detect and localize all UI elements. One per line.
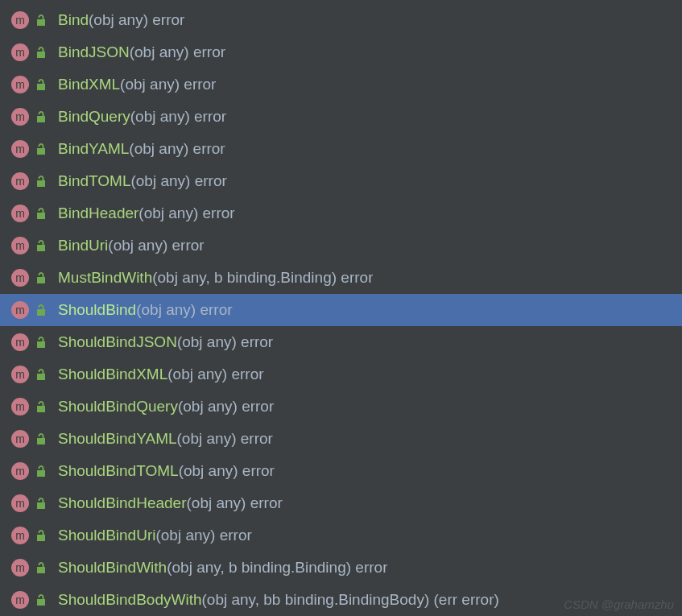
method-name: BindHeader — [58, 205, 138, 221]
method-name: MustBindWith — [58, 269, 152, 286]
method-return: (err error) — [429, 591, 499, 608]
method-name: BindYAML — [58, 140, 129, 157]
method-name: ShouldBindBodyWith — [58, 591, 202, 608]
lock-open-icon — [35, 78, 47, 91]
method-params: (obj any) — [187, 494, 246, 511]
method-name: BindUri — [58, 237, 108, 254]
method-params: (obj any) — [177, 333, 237, 350]
method-icon: m — [11, 366, 29, 383]
method-signature: ShouldBindWith(obj any, b binding.Bindin… — [58, 559, 387, 577]
method-icon: m — [11, 43, 29, 61]
method-params: (obj any) — [130, 172, 190, 189]
method-name: ShouldBindJSON — [58, 333, 177, 350]
method-signature: BindXML(obj any) error — [58, 76, 216, 93]
lock-open-icon — [35, 271, 47, 284]
method-signature: BindTOML(obj any) error — [58, 172, 227, 190]
completion-item[interactable]: mShouldBindUri(obj any) error — [0, 519, 682, 552]
method-name: BindJSON — [58, 43, 130, 60]
method-return: error — [148, 11, 184, 28]
lock-open-icon — [35, 143, 47, 155]
lock-open-icon — [35, 336, 47, 349]
method-signature: BindUri(obj any) error — [58, 237, 205, 254]
method-return: error — [180, 76, 216, 93]
method-icon: m — [11, 172, 29, 190]
completion-item[interactable]: mShouldBind(obj any) error — [0, 294, 682, 326]
completion-item[interactable]: mShouldBindJSON(obj any) error — [0, 326, 682, 358]
method-icon: m — [11, 559, 29, 577]
lock-open-icon — [35, 175, 47, 188]
method-icon: m — [11, 430, 29, 448]
method-return: error — [189, 43, 225, 60]
completion-item[interactable]: mShouldBindBodyWith(obj any, bb binding.… — [0, 584, 682, 616]
completion-item[interactable]: mShouldBindQuery(obj any) error — [0, 391, 682, 423]
method-name: BindTOML — [58, 172, 130, 189]
method-icon: m — [11, 11, 29, 29]
completion-item[interactable]: mShouldBindWith(obj any, b binding.Bindi… — [0, 552, 682, 584]
lock-open-icon — [35, 432, 47, 445]
method-return: error — [188, 140, 225, 157]
completion-item[interactable]: mBindUri(obj any) error — [0, 229, 682, 262]
method-return: error — [238, 398, 274, 415]
method-signature: BindHeader(obj any) error — [58, 205, 235, 222]
method-signature: BindQuery(obj any) error — [58, 108, 226, 126]
completion-item[interactable]: mMustBindWith(obj any, b binding.Binding… — [0, 262, 682, 294]
method-return: error — [351, 559, 387, 576]
method-icon: m — [11, 108, 29, 126]
method-signature: ShouldBindXML(obj any) error — [58, 366, 264, 383]
method-return: error — [337, 269, 373, 286]
lock-open-icon — [35, 593, 47, 606]
method-return: error — [246, 494, 282, 511]
completion-item[interactable]: mBindJSON(obj any) error — [0, 36, 682, 68]
completion-item[interactable]: mBindHeader(obj any) error — [0, 197, 682, 229]
lock-open-icon — [35, 561, 47, 574]
method-params: (obj any) — [130, 43, 189, 60]
completion-item[interactable]: mBindXML(obj any) error — [0, 68, 682, 101]
method-return: error — [167, 237, 204, 254]
method-return: error — [190, 108, 226, 125]
method-icon: m — [11, 462, 29, 480]
completion-item[interactable]: mShouldBindHeader(obj any) error — [0, 487, 682, 519]
lock-open-icon — [35, 368, 47, 381]
method-signature: ShouldBindUri(obj any) error — [58, 527, 252, 544]
method-params: (obj any) — [155, 527, 215, 544]
method-return: error — [227, 366, 263, 382]
method-params: (obj any) — [178, 398, 238, 415]
method-params: (obj any) — [167, 366, 227, 382]
lock-open-icon — [35, 465, 47, 478]
method-signature: ShouldBindHeader(obj any) error — [58, 494, 283, 512]
method-icon: m — [11, 269, 29, 287]
method-name: ShouldBindXML — [58, 366, 167, 382]
completion-popup: mBind(obj any) errormBindJSON(obj any) e… — [0, 0, 682, 616]
completion-item[interactable]: mBindQuery(obj any) error — [0, 101, 682, 133]
method-icon: m — [11, 591, 29, 609]
method-icon: m — [11, 398, 29, 415]
method-icon: m — [11, 76, 29, 93]
completion-item[interactable]: mBind(obj any) error — [0, 4, 682, 36]
method-params: (obj any) — [179, 462, 238, 479]
method-return: error — [198, 205, 234, 221]
lock-open-icon — [35, 207, 47, 220]
method-name: ShouldBindUri — [58, 527, 155, 544]
method-params: (obj any) — [108, 237, 167, 254]
method-signature: ShouldBindYAML(obj any) error — [58, 430, 273, 448]
method-name: ShouldBind — [58, 301, 136, 318]
lock-open-icon — [35, 239, 47, 252]
method-return: error — [190, 172, 226, 189]
method-icon: m — [11, 301, 29, 319]
completion-item[interactable]: mBindTOML(obj any) error — [0, 165, 682, 197]
method-params: (obj any) — [89, 11, 148, 28]
lock-open-icon — [35, 304, 47, 316]
lock-open-icon — [35, 14, 47, 27]
method-params: (obj any, bb binding.BindingBody) — [202, 591, 430, 608]
lock-open-icon — [35, 529, 47, 542]
lock-open-icon — [35, 400, 47, 413]
method-signature: ShouldBindTOML(obj any) error — [58, 462, 275, 480]
method-signature: BindJSON(obj any) error — [58, 43, 225, 61]
method-return: error — [215, 527, 251, 544]
completion-item[interactable]: mShouldBindYAML(obj any) error — [0, 423, 682, 455]
method-signature: ShouldBindBodyWith(obj any, bb binding.B… — [58, 591, 499, 609]
completion-item[interactable]: mBindYAML(obj any) error — [0, 133, 682, 165]
method-params: (obj any) — [136, 301, 196, 318]
completion-item[interactable]: mShouldBindTOML(obj any) error — [0, 455, 682, 487]
completion-item[interactable]: mShouldBindXML(obj any) error — [0, 358, 682, 391]
